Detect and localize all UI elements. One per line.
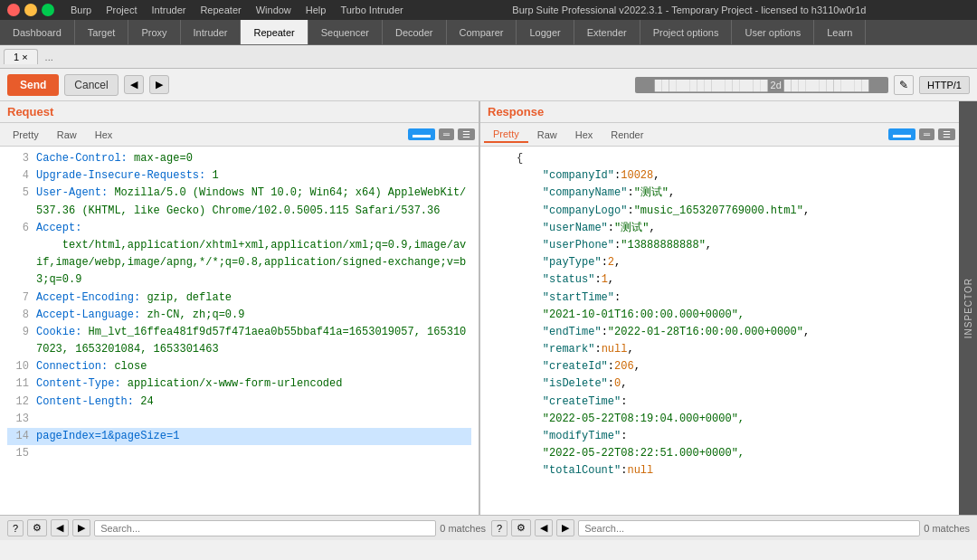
code-line-6-cont: text/html,application/xhtml+xml,applicat… <box>7 237 471 289</box>
tab-decoder[interactable]: Decoder <box>383 20 447 44</box>
code-line-14: 14 pageIndex=1&pageSize=1 <box>7 428 471 445</box>
menu-help[interactable]: Help <box>300 3 332 17</box>
resp-line-companyname: "companyName":"测试", <box>488 185 952 202</box>
response-view-raw-btn[interactable]: ═ <box>919 128 934 140</box>
resp-line-companylogo: "companyLogo":"music_1653207769000.html"… <box>488 203 952 220</box>
tab-dashboard[interactable]: Dashboard <box>0 20 75 44</box>
request-tab-pretty[interactable]: Pretty <box>4 128 48 142</box>
http-version-badge: HTTP/1 <box>919 76 970 94</box>
response-settings-button[interactable]: ⚙ <box>511 519 531 536</box>
cancel-button[interactable]: Cancel <box>64 74 118 96</box>
response-code-area[interactable]: { "companyId":10028, "companyName":"测试",… <box>480 147 959 515</box>
resp-line-starttime-key: "startTime": <box>488 289 952 307</box>
response-tab-pretty[interactable]: Pretty <box>484 127 528 143</box>
resp-line-createid: "createId":206, <box>488 358 952 375</box>
url-area: ████████████████ 2d ████████████ ✎ HTTP/… <box>175 75 970 95</box>
tab-extender[interactable]: Extender <box>574 20 640 44</box>
edit-url-button[interactable]: ✎ <box>894 75 914 95</box>
code-line-7: 7 Accept-Encoding: gzip, deflate <box>7 289 471 307</box>
inspector-sidebar[interactable]: INSPECTOR <box>959 101 977 515</box>
nav-right-button[interactable]: ▶ <box>149 75 169 94</box>
main-area: Request Pretty Raw Hex ▬▬ ═ ☰ 3 Cache-Co… <box>0 101 977 515</box>
tab-learn[interactable]: Learn <box>814 20 866 44</box>
main-tab-bar: Dashboard Target Proxy Intruder Repeater… <box>0 20 977 45</box>
toolbar: Send Cancel ◀ ▶ ████████████████ 2d ████… <box>0 69 977 101</box>
code-line-15: 15 <box>7 445 471 462</box>
request-panel-tabs: Pretty Raw Hex ▬▬ ═ ☰ <box>0 123 479 147</box>
response-status-panel: ? ⚙ ◀ ▶ 0 matches <box>491 519 970 536</box>
code-line-9: 9 Cookie: Hm_lvt_16ffea481f9d57f471aea0b… <box>7 324 471 358</box>
response-tab-icons: ▬▬ ═ ☰ <box>888 128 955 140</box>
menu-burp[interactable]: Burp <box>65 3 97 17</box>
response-help-button[interactable]: ? <box>491 520 507 536</box>
request-prev-button[interactable]: ◀ <box>51 519 69 536</box>
code-line-6: 6 Accept: <box>7 220 471 237</box>
resp-line-createtime-val: "2022-05-22T08:19:04.000+0000", <box>488 411 952 428</box>
request-code-area[interactable]: 3 Cache-Control: max-age=0 4 Upgrade-Ins… <box>0 147 479 515</box>
response-tab-hex[interactable]: Hex <box>566 128 602 142</box>
request-status-panel: ? ⚙ ◀ ▶ 0 matches <box>7 519 486 536</box>
code-line-5: 5 User-Agent: Mozilla/5.0 (Windows NT 10… <box>7 185 471 219</box>
response-view-pretty-btn[interactable]: ▬▬ <box>888 128 915 140</box>
resp-line-username: "userName":"测试", <box>488 220 952 237</box>
title-bar-left: Burp Project Intruder Repeater Window He… <box>7 3 409 17</box>
tab-proxy[interactable]: Proxy <box>128 20 180 44</box>
repeater-tab-more[interactable]: ... <box>40 50 59 64</box>
response-panel: Response Pretty Raw Hex Render ▬▬ ═ ☰ { … <box>480 101 959 515</box>
resp-line-starttime-val: "2021-10-01T16:00:00.000+0000", <box>488 307 952 324</box>
response-view-list-btn[interactable]: ☰ <box>938 128 955 140</box>
tab-user-options[interactable]: User options <box>732 20 814 44</box>
menu-window[interactable]: Window <box>251 3 297 17</box>
request-view-raw-btn[interactable]: ═ <box>439 128 454 140</box>
tab-project-options[interactable]: Project options <box>640 20 733 44</box>
code-line-4: 4 Upgrade-Insecure-Requests: 1 <box>7 167 471 185</box>
code-line-8: 8 Accept-Language: zh-CN, zh;q=0.9 <box>7 307 471 324</box>
tab-sequencer[interactable]: Sequencer <box>308 20 383 44</box>
tab-intruder[interactable]: Intruder <box>181 20 242 44</box>
menu-repeater[interactable]: Repeater <box>194 3 246 17</box>
maximize-button[interactable] <box>42 4 54 16</box>
resp-line-remark: "remark":null, <box>488 341 952 358</box>
resp-line-paytype: "payType":2, <box>488 254 952 271</box>
resp-line-endtime: "endTime":"2022-01-28T16:00:00.000+0000"… <box>488 324 952 341</box>
request-search-input[interactable] <box>94 520 436 536</box>
close-button[interactable] <box>7 4 20 16</box>
response-tab-raw[interactable]: Raw <box>528 128 566 142</box>
request-view-pretty-btn[interactable]: ▬▬ <box>408 128 435 140</box>
resp-line-isdelete: "isDelete":0, <box>488 375 952 393</box>
request-panel-title: Request <box>0 101 479 123</box>
menu-intruder[interactable]: Intruder <box>147 3 192 17</box>
title-bar: Burp Project Intruder Repeater Window He… <box>0 0 977 20</box>
tab-logger[interactable]: Logger <box>517 20 574 44</box>
response-prev-button[interactable]: ◀ <box>535 519 553 536</box>
resp-line-status: "status":1, <box>488 271 952 289</box>
response-panel-tabs: Pretty Raw Hex Render ▬▬ ═ ☰ <box>480 123 959 147</box>
request-tab-hex[interactable]: Hex <box>86 128 122 142</box>
tab-target[interactable]: Target <box>75 20 129 44</box>
resp-line-createtime-key: "createTime": <box>488 394 952 411</box>
code-line-10: 10 Connection: close <box>7 358 471 375</box>
tab-repeater[interactable]: Repeater <box>241 20 308 44</box>
request-tab-icons: ▬▬ ═ ☰ <box>408 128 475 140</box>
request-tab-raw[interactable]: Raw <box>48 128 86 142</box>
send-button[interactable]: Send <box>7 74 59 96</box>
app-title: Burp Suite Professional v2022.3.1 - Temp… <box>409 5 970 15</box>
tab-comparer[interactable]: Comparer <box>447 20 517 44</box>
minimize-button[interactable] <box>24 4 37 16</box>
response-search-input[interactable] <box>578 520 920 536</box>
request-view-list-btn[interactable]: ☰ <box>458 128 475 140</box>
nav-left-button[interactable]: ◀ <box>124 75 144 94</box>
response-next-button[interactable]: ▶ <box>556 519 574 536</box>
response-tab-render[interactable]: Render <box>602 128 652 142</box>
code-line-12: 12 Content-Length: 24 <box>7 394 471 411</box>
resp-line-modifytime-val: "2022-05-22T08:22:51.000+0000", <box>488 445 952 462</box>
request-settings-button[interactable]: ⚙ <box>27 519 47 536</box>
menu-turbo-intruder[interactable]: Turbo Intruder <box>335 3 408 17</box>
menu-project[interactable]: Project <box>100 3 142 17</box>
repeater-tab-1[interactable]: 1 × <box>4 49 38 64</box>
request-next-button[interactable]: ▶ <box>72 519 90 536</box>
resp-line-totalcount: "totalCount":null <box>488 462 952 479</box>
inspector-label: INSPECTOR <box>963 278 973 338</box>
request-help-button[interactable]: ? <box>7 520 24 536</box>
code-line-13: 13 <box>7 411 471 428</box>
